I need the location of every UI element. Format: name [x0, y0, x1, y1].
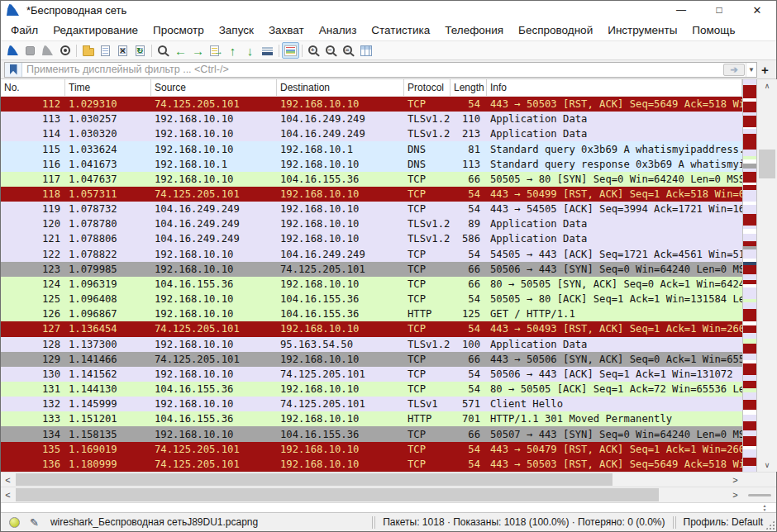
secondary-hscrollbar[interactable]: < > — [1, 487, 742, 502]
column-header-protocol[interactable]: Protocol — [404, 79, 450, 96]
resize-columns-icon[interactable] — [357, 42, 374, 59]
close-button[interactable]: ✕ — [738, 1, 776, 19]
apply-filter-button[interactable]: ➔ — [723, 64, 745, 76]
packet-cell-info: Application Data — [487, 339, 742, 350]
zoom-in-icon[interactable]: + — [305, 42, 322, 59]
zoom-reset-icon[interactable]: = — [340, 42, 357, 59]
packet-cell-time: 1.096408 — [65, 293, 151, 305]
filter-bookmark-button[interactable] — [5, 63, 22, 77]
capture-comment-icon[interactable]: ✎ — [30, 516, 39, 529]
filter-dropdown-caret[interactable]: ▼ — [746, 63, 756, 77]
column-header-info[interactable]: Info — [487, 79, 742, 96]
capture-options-icon[interactable] — [56, 42, 74, 59]
menu-захват[interactable]: Захват — [261, 21, 312, 40]
packet-row[interactable]: 1281.137300192.168.10.1095.163.54.50TLSv… — [1, 337, 742, 352]
zoom-out-icon[interactable]: − — [322, 42, 340, 59]
restart-capture-icon[interactable] — [39, 42, 56, 59]
packet-row[interactable]: 1141.030320192.168.10.10104.16.249.249TL… — [1, 126, 742, 141]
packet-row[interactable]: 1121.02931074.125.205.101192.168.10.10TC… — [1, 97, 742, 112]
menu-файл[interactable]: Файл — [3, 21, 45, 40]
menu-помощь[interactable]: Помощь — [684, 21, 742, 40]
go-last-packet-icon[interactable]: ↓ — [241, 42, 259, 59]
packet-row[interactable]: 1331.151201104.16.155.36192.168.10.10HTT… — [1, 411, 742, 426]
packet-list-hscrollbar[interactable]: < > — [1, 472, 742, 487]
maximize-button[interactable]: □ — [700, 1, 738, 19]
stop-capture-icon[interactable] — [21, 42, 39, 59]
packet-row[interactable]: 1151.033624192.168.10.10192.168.10.1DNS8… — [1, 141, 742, 156]
packet-row[interactable]: 1321.145999192.168.10.1074.125.205.101TL… — [1, 397, 742, 411]
scroll-right-icon[interactable]: > — [728, 473, 742, 487]
add-filter-button[interactable]: + — [757, 63, 773, 77]
go-back-icon[interactable]: ← — [172, 42, 189, 59]
packet-row[interactable]: 1251.096408192.168.10.10104.16.155.36TCP… — [1, 292, 742, 306]
menu-телефония[interactable]: Телефония — [437, 21, 511, 40]
packet-row[interactable]: 1211.078806104.16.249.249192.168.10.10TL… — [1, 231, 742, 246]
packet-minimap-scrollbar[interactable] — [742, 79, 757, 472]
packet-row[interactable]: 1191.078732104.16.249.249192.168.10.10TC… — [1, 202, 742, 216]
reload-file-icon[interactable]: ↻ — [131, 42, 149, 59]
packet-row[interactable]: 1301.141562192.168.10.1074.125.205.101TC… — [1, 367, 742, 382]
packet-row[interactable]: 1221.078822192.168.10.10104.16.249.249TC… — [1, 247, 742, 262]
hscroll-row-2: < > — [1, 487, 776, 502]
menu-инструменты[interactable]: Инструменты — [600, 21, 684, 40]
hscroll-thumb-1[interactable] — [16, 473, 613, 486]
vertical-scrollbar[interactable]: ∧ ∨ — [757, 79, 777, 472]
go-to-packet-icon[interactable]: → — [207, 42, 224, 59]
packet-cell-info: GET / HTTP/1.1 — [487, 308, 742, 320]
menu-запуск[interactable]: Запуск — [212, 21, 261, 40]
packet-row[interactable]: 1341.158135192.168.10.10104.16.155.36TCP… — [1, 426, 742, 441]
packet-row[interactable]: 1241.096319104.16.155.36192.168.10.10TCP… — [1, 277, 742, 292]
expert-info-icon[interactable] — [9, 517, 20, 528]
packet-row[interactable]: 1201.078780104.16.249.249192.168.10.10TL… — [1, 216, 742, 231]
menu-анализ[interactable]: Анализ — [312, 21, 365, 40]
packet-row[interactable]: 1351.16901974.125.205.101192.168.10.10TC… — [1, 442, 742, 457]
vertical-scroll-thumb[interactable] — [759, 150, 775, 178]
start-capture-icon[interactable] — [4, 42, 21, 59]
scroll-left-icon[interactable]: < — [1, 487, 15, 502]
resize-grip[interactable] — [765, 520, 775, 530]
menu-редактирование[interactable]: Редактирование — [45, 21, 145, 40]
packet-row[interactable]: 1291.14146674.125.205.101192.168.10.10TC… — [1, 352, 742, 367]
save-file-icon[interactable] — [97, 42, 114, 59]
minimize-button[interactable]: — — [662, 1, 700, 19]
hscroll-thumb-2[interactable] — [16, 488, 659, 501]
scroll-up-icon[interactable]: ∧ — [757, 79, 777, 93]
packet-cell-dst: 95.163.54.50 — [277, 339, 404, 350]
packet-row[interactable]: 1171.047637192.168.10.10104.16.155.36TCP… — [1, 172, 742, 187]
go-first-packet-icon[interactable]: ↑ — [224, 42, 241, 59]
packet-cell-dst: 192.168.10.1 — [277, 144, 404, 155]
column-header-time[interactable]: Time — [65, 79, 151, 96]
packet-cell-proto: TLSv1.2 — [404, 218, 450, 230]
packet-cell-dst: 192.168.10.10 — [277, 354, 404, 365]
column-header-no[interactable]: No. — [1, 79, 65, 96]
display-filter-input[interactable] — [22, 63, 723, 77]
packet-row[interactable]: 1231.079985192.168.10.1074.125.205.101TC… — [1, 262, 742, 277]
find-packet-icon[interactable] — [155, 42, 172, 59]
colorize-packets-icon[interactable] — [282, 42, 299, 59]
packet-row[interactable]: 1261.096867192.168.10.10104.16.155.36HTT… — [1, 306, 742, 321]
go-forward-icon[interactable]: → — [189, 42, 207, 59]
spin-control-icon[interactable]: ▲▼ — [760, 503, 770, 512]
scroll-right-icon[interactable]: > — [728, 487, 742, 502]
packet-row[interactable]: 1181.05731174.125.205.101192.168.10.10TC… — [1, 187, 742, 202]
profile-label[interactable]: Профиль: Default — [684, 516, 764, 528]
scroll-left-icon[interactable]: < — [1, 473, 15, 487]
packet-cell-dst: 192.168.10.10 — [277, 413, 404, 425]
packet-row[interactable]: 1361.18099974.125.205.101192.168.10.10TC… — [1, 457, 742, 472]
open-file-icon[interactable] — [79, 42, 97, 59]
pane-splitter-handle[interactable] — [748, 494, 771, 496]
packet-row[interactable]: 1311.144130104.16.155.36192.168.10.10TCP… — [1, 382, 742, 397]
packet-row[interactable]: 1131.030257192.168.10.10104.16.249.249TL… — [1, 112, 742, 126]
menu-беспроводной[interactable]: Беспроводной — [511, 21, 600, 40]
packet-row[interactable]: 1161.041673192.168.10.1192.168.10.10DNS1… — [1, 157, 742, 172]
scroll-down-icon[interactable]: ∨ — [757, 458, 777, 472]
column-header-source[interactable]: Source — [151, 79, 277, 96]
menu-просмотр[interactable]: Просмотр — [145, 21, 212, 40]
auto-scroll-icon[interactable] — [259, 42, 276, 59]
menu-статистика[interactable]: Статистика — [364, 21, 437, 40]
column-header-destination[interactable]: Destination — [277, 79, 404, 96]
packet-row[interactable]: 1271.13645474.125.205.101192.168.10.10TC… — [1, 321, 742, 336]
packet-cell-no: 127 — [1, 323, 65, 335]
close-file-icon[interactable]: ✕ — [114, 42, 131, 59]
column-header-length[interactable]: Length — [450, 79, 487, 96]
